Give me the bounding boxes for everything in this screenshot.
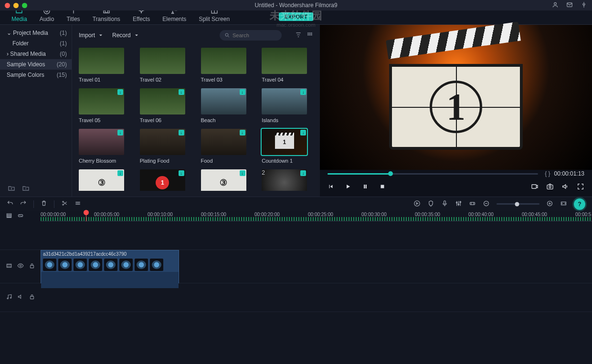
timeline-lanes[interactable]: a31d3421c2bd1a439217acdcc46c3790 bbox=[41, 221, 592, 364]
tree-item[interactable]: Folder(1) bbox=[0, 38, 72, 49]
track-head-video1[interactable] bbox=[0, 250, 41, 283]
ruler-tick: 00:00:00:00 bbox=[41, 212, 66, 217]
grid-view-icon[interactable] bbox=[307, 31, 313, 40]
snapshot-icon[interactable] bbox=[546, 183, 554, 192]
delete-folder-icon[interactable] bbox=[22, 185, 30, 194]
account-icon[interactable] bbox=[552, 1, 559, 10]
media-clip[interactable]: Plating Food bbox=[140, 129, 191, 164]
maximize-window-button[interactable] bbox=[22, 3, 27, 8]
svg-rect-12 bbox=[309, 34, 310, 35]
new-folder-icon[interactable] bbox=[8, 185, 15, 194]
ruler-tick: 00:00:35:00 bbox=[415, 212, 440, 217]
zoom-fit-icon[interactable] bbox=[560, 200, 567, 208]
mute-icon[interactable] bbox=[17, 293, 24, 302]
export-strip: 未来软件园 mac.orsoon.com EXPORT bbox=[0, 10, 592, 23]
tree-item[interactable]: › Shared Media(0) bbox=[0, 49, 72, 59]
media-clip[interactable]: Islands bbox=[262, 88, 313, 123]
record-dropdown[interactable]: Record bbox=[112, 32, 139, 39]
search-input-wrapper[interactable] bbox=[220, 30, 282, 41]
zoom-slider[interactable] bbox=[497, 203, 539, 205]
svg-rect-13 bbox=[311, 34, 312, 35]
mixer-icon[interactable] bbox=[455, 200, 462, 208]
voiceover-icon[interactable] bbox=[441, 200, 448, 208]
pause-button[interactable] bbox=[362, 183, 369, 191]
volume-icon[interactable] bbox=[561, 183, 569, 192]
svg-rect-21 bbox=[444, 200, 446, 204]
media-clip[interactable]: Travel 04 bbox=[262, 48, 313, 83]
delete-icon[interactable] bbox=[41, 200, 47, 208]
filmstrip-icon bbox=[6, 262, 12, 270]
zoom-out-icon[interactable] bbox=[483, 200, 490, 208]
track-head-video2[interactable] bbox=[0, 221, 41, 250]
media-browser: Import Record Travel 01Travel 02Travel 0… bbox=[72, 25, 320, 197]
search-input[interactable] bbox=[233, 32, 275, 38]
timeline-ruler[interactable]: 00:00:00:0000:00:05:0000:00:10:0000:00:1… bbox=[41, 211, 592, 221]
svg-point-35 bbox=[7, 298, 8, 299]
media-clip[interactable]: Travel 01 bbox=[79, 48, 130, 83]
media-clip[interactable]: Travel 03 bbox=[201, 48, 253, 83]
preview-scrubber[interactable] bbox=[328, 173, 538, 175]
track-head-audio1[interactable] bbox=[0, 283, 41, 312]
crop-icon[interactable] bbox=[74, 200, 81, 208]
media-clip[interactable]: ③ bbox=[201, 169, 253, 191]
svg-rect-8 bbox=[307, 32, 308, 33]
media-clip[interactable]: Food bbox=[201, 129, 253, 164]
fullscreen-icon[interactable] bbox=[577, 183, 584, 192]
media-clip[interactable]: 1Countdown 1 bbox=[262, 129, 313, 164]
link-icon[interactable] bbox=[17, 212, 24, 220]
svg-rect-30 bbox=[7, 215, 11, 216]
tree-item[interactable]: Sample Videos(20) bbox=[0, 59, 72, 70]
close-window-button[interactable] bbox=[5, 3, 10, 8]
playback-quality-icon[interactable] bbox=[531, 183, 539, 192]
zoom-in-icon[interactable] bbox=[546, 200, 553, 208]
help-button[interactable]: ? bbox=[574, 198, 585, 210]
redo-icon[interactable] bbox=[20, 200, 27, 208]
marker-icon[interactable] bbox=[427, 200, 434, 208]
svg-point-36 bbox=[10, 297, 11, 298]
preview-screen[interactable]: 1 bbox=[320, 25, 592, 170]
svg-rect-29 bbox=[7, 213, 11, 214]
window-title: Untitled - Wondershare Filmora9 bbox=[254, 2, 337, 9]
duration-icon[interactable] bbox=[469, 200, 476, 208]
window-controls bbox=[5, 3, 27, 8]
tree-item[interactable]: ⌄ Project Media(1) bbox=[0, 28, 72, 38]
svg-rect-10 bbox=[311, 32, 312, 33]
lock-icon[interactable] bbox=[29, 262, 35, 270]
project-tree: ⌄ Project Media(1)Folder(1)› Shared Medi… bbox=[0, 25, 72, 197]
media-clip[interactable]: 1 bbox=[140, 169, 191, 191]
mark-in-out-icon[interactable]: { } bbox=[545, 170, 550, 177]
search-icon bbox=[224, 32, 230, 38]
render-preview-icon[interactable] bbox=[413, 200, 421, 208]
import-dropdown[interactable]: Import bbox=[79, 32, 104, 39]
svg-point-33 bbox=[20, 265, 21, 267]
prev-frame-button[interactable] bbox=[328, 183, 334, 191]
media-clip[interactable]: Travel 02 bbox=[140, 48, 191, 83]
message-icon[interactable] bbox=[566, 1, 573, 10]
ruler-tick: 00:00:5 bbox=[575, 212, 591, 217]
media-clip[interactable]: Travel 05 bbox=[79, 88, 130, 123]
media-clip[interactable]: 2 bbox=[262, 169, 313, 191]
tree-item[interactable]: Sample Colors(15) bbox=[0, 70, 72, 80]
play-button[interactable] bbox=[345, 183, 351, 191]
export-button[interactable]: EXPORT bbox=[279, 12, 313, 21]
media-clip[interactable]: Travel 06 bbox=[140, 88, 191, 123]
ruler-tick: 00:00:45:00 bbox=[522, 212, 547, 217]
svg-rect-14 bbox=[381, 185, 384, 188]
undo-icon[interactable] bbox=[7, 200, 13, 208]
timeline-clip[interactable]: a31d3421c2bd1a439217acdcc46c3790 bbox=[41, 250, 179, 283]
filter-icon[interactable] bbox=[295, 31, 302, 40]
minimize-window-button[interactable] bbox=[13, 3, 19, 8]
ruler-tick: 00:00:15:00 bbox=[201, 212, 226, 217]
music-icon bbox=[6, 293, 12, 302]
media-clip[interactable]: Cherry Blossom bbox=[79, 129, 130, 164]
split-icon[interactable] bbox=[61, 200, 68, 208]
clapperboard-graphic: 1 bbox=[389, 45, 523, 150]
media-clip[interactable]: ③ bbox=[79, 169, 130, 191]
ruler-tick: 00:00:10:00 bbox=[148, 212, 173, 217]
media-clip[interactable]: Beach bbox=[201, 88, 253, 123]
lock-icon[interactable] bbox=[29, 293, 35, 302]
pin-icon[interactable] bbox=[581, 1, 587, 10]
stop-button[interactable] bbox=[379, 183, 386, 191]
manage-tracks-icon[interactable] bbox=[6, 212, 12, 220]
eye-icon[interactable] bbox=[17, 262, 24, 270]
